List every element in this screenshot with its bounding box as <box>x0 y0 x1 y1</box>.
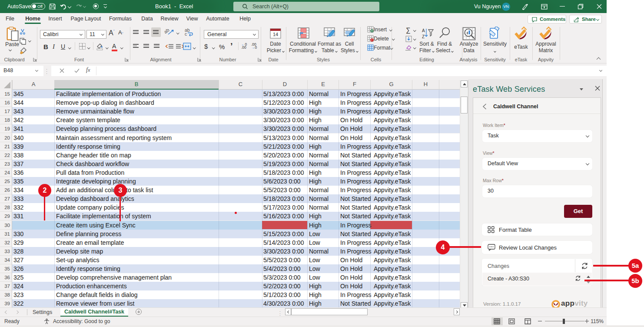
svg-text:A: A <box>422 28 425 33</box>
svg-text:14: 14 <box>273 32 278 37</box>
svg-text:Z: Z <box>422 34 425 39</box>
